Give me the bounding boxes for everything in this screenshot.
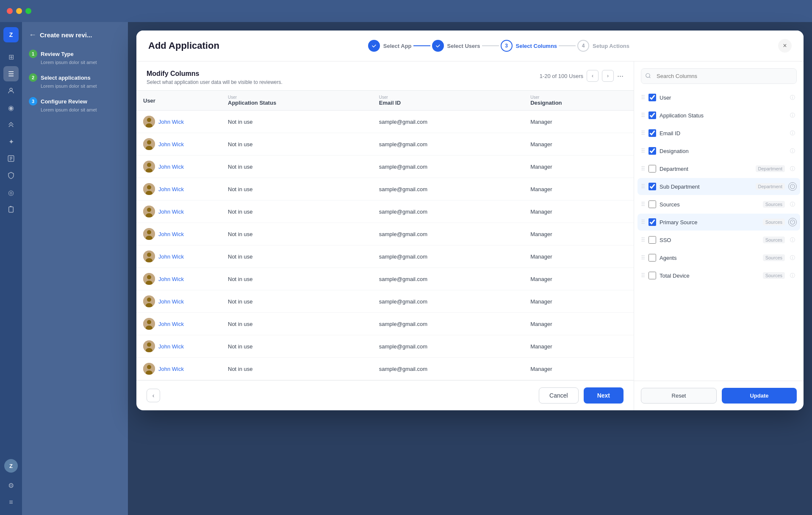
stepper-item-3: 3 Select Columns bbox=[501, 40, 557, 52]
column-checkbox[interactable] bbox=[648, 218, 656, 226]
stepper-item-2: Select Users bbox=[432, 40, 480, 52]
next-page-button[interactable]: › bbox=[602, 70, 614, 82]
drag-handle-icon[interactable]: ⠿ bbox=[641, 148, 645, 154]
column-list-item[interactable]: ⠿ Sub Department Department bbox=[637, 178, 800, 195]
col-info-icon: ⓘ bbox=[788, 147, 797, 155]
column-tag: Sources bbox=[763, 219, 785, 225]
drag-handle-icon[interactable]: ⠿ bbox=[641, 94, 645, 101]
sidebar-item-launch[interactable] bbox=[3, 117, 19, 132]
col-info-icon: ⓘ bbox=[788, 111, 797, 120]
next-button[interactable]: Next bbox=[584, 387, 624, 404]
right-footer: Reset Update bbox=[634, 381, 804, 410]
nav-step-3: 3 Configure Review Lorem ipsum dolor sit… bbox=[29, 97, 121, 112]
column-name: User bbox=[660, 95, 785, 101]
svg-point-22 bbox=[147, 253, 151, 257]
drag-handle-icon[interactable]: ⠿ bbox=[641, 219, 645, 225]
svg-point-7 bbox=[147, 140, 151, 145]
traffic-light-red[interactable] bbox=[7, 8, 13, 14]
col-header-user: User bbox=[143, 97, 155, 104]
sidebar-item-users[interactable] bbox=[3, 83, 19, 98]
sidebar-item-menu[interactable]: ≡ bbox=[3, 495, 19, 510]
column-list-item[interactable]: ⠿ Designation ⓘ bbox=[637, 142, 800, 159]
stepper-item-1: Select App bbox=[368, 40, 412, 52]
step-label-1: Review Type bbox=[41, 51, 74, 57]
column-list-item[interactable]: ⠿ Application Status ⓘ bbox=[637, 107, 800, 124]
sidebar-avatar[interactable]: Z bbox=[4, 459, 18, 473]
column-list-item[interactable]: ⠿ Email ID ⓘ bbox=[637, 125, 800, 142]
column-checkbox[interactable] bbox=[648, 165, 656, 173]
sidebar-item-tasks[interactable]: ✦ bbox=[3, 134, 19, 149]
update-button[interactable]: Update bbox=[722, 388, 797, 404]
pagination-info: 1-20 of 100 Users bbox=[540, 73, 583, 79]
drag-handle-icon[interactable]: ⠿ bbox=[641, 237, 645, 243]
modal-footer: ‹ Cancel Next bbox=[136, 380, 634, 410]
column-tag: Sources bbox=[763, 237, 785, 243]
col-info-icon: ⓘ bbox=[788, 164, 797, 173]
column-list-item[interactable]: ⠿ SSO Sources ⓘ bbox=[637, 231, 800, 248]
more-options-button[interactable]: ··· bbox=[617, 72, 624, 81]
drag-handle-icon[interactable]: ⠿ bbox=[641, 254, 645, 261]
search-columns-input[interactable] bbox=[641, 68, 797, 84]
back-arrow-button[interactable]: ‹ bbox=[147, 389, 160, 402]
modal: Add Application Select App bbox=[136, 31, 804, 410]
column-tag: Department bbox=[756, 183, 785, 190]
drag-handle-icon[interactable]: ⠿ bbox=[641, 201, 645, 208]
drag-handle-icon[interactable]: ⠿ bbox=[641, 272, 645, 279]
back-button[interactable]: ← bbox=[29, 31, 36, 39]
column-checkbox[interactable] bbox=[648, 200, 656, 208]
column-name: Application Status bbox=[660, 112, 785, 119]
modify-columns-title: Modify Columns bbox=[147, 70, 283, 78]
stepper-label-3: Select Columns bbox=[516, 43, 557, 49]
svg-point-37 bbox=[147, 365, 151, 369]
stepper-item-4: 4 Setup Actions bbox=[577, 40, 629, 52]
step-number-3: 3 bbox=[29, 97, 37, 106]
column-checkbox[interactable] bbox=[648, 94, 656, 101]
reset-button[interactable]: Reset bbox=[641, 388, 717, 404]
sidebar-item-calendar[interactable]: ☰ bbox=[3, 66, 19, 81]
stepper-circle-4: 4 bbox=[577, 40, 589, 52]
traffic-light-yellow[interactable] bbox=[16, 8, 22, 14]
close-button[interactable]: × bbox=[778, 39, 792, 53]
column-list-item[interactable]: ⠿ Primary Source Sources bbox=[637, 214, 800, 231]
column-checkbox[interactable] bbox=[648, 254, 656, 262]
traffic-light-green[interactable] bbox=[25, 8, 31, 14]
sidebar-item-dashboard[interactable]: ⊞ bbox=[3, 49, 19, 64]
prev-page-button[interactable]: ‹ bbox=[587, 70, 599, 82]
titlebar bbox=[0, 0, 812, 22]
sidebar-item-settings[interactable]: ⚙ bbox=[3, 478, 19, 493]
sidebar-logo: Z bbox=[3, 27, 19, 42]
col-info-icon: ⓘ bbox=[788, 129, 797, 137]
table-row: John Wick Not in use sample@gmail.com Ma… bbox=[136, 178, 634, 200]
col-info-icon: ⓘ bbox=[788, 200, 797, 209]
column-checkbox[interactable] bbox=[648, 129, 656, 137]
sidebar-item-activity[interactable]: ◉ bbox=[3, 100, 19, 115]
content-right: ⠿ User ⓘ ⠿ Application Status ⓘ ⠿ Email … bbox=[634, 61, 804, 410]
drag-handle-icon[interactable]: ⠿ bbox=[641, 112, 645, 119]
column-list-item[interactable]: ⠿ Sources Sources ⓘ bbox=[637, 196, 800, 213]
column-list-item[interactable]: ⠿ Total Device Sources ⓘ bbox=[637, 267, 800, 284]
drag-handle-icon[interactable]: ⠿ bbox=[641, 130, 645, 136]
sidebar-item-reports[interactable] bbox=[3, 151, 19, 166]
column-tag: Sources bbox=[763, 254, 785, 261]
sidebar-item-clipboard[interactable] bbox=[3, 202, 19, 217]
column-checkbox[interactable] bbox=[648, 236, 656, 244]
app-container: Z ⊞ ☰ ◉ ✦ ◎ bbox=[0, 22, 812, 515]
stepper-circle-3: 3 bbox=[501, 40, 513, 52]
column-list-item[interactable]: ⠿ Agents Sources ⓘ bbox=[637, 249, 800, 266]
column-checkbox[interactable] bbox=[648, 183, 656, 190]
search-icon bbox=[645, 72, 651, 80]
nav-step-1: 1 Review Type Lorem ipsum dolor sit amet bbox=[29, 50, 121, 65]
column-checkbox[interactable] bbox=[648, 111, 656, 119]
column-checkbox[interactable] bbox=[648, 272, 656, 279]
column-list-item[interactable]: ⠿ Department Department ⓘ bbox=[637, 160, 800, 177]
column-checkbox[interactable] bbox=[648, 147, 656, 155]
sidebar-item-shield[interactable] bbox=[3, 168, 19, 183]
column-list-item[interactable]: ⠿ User ⓘ bbox=[637, 89, 800, 106]
col-info-icon bbox=[788, 182, 797, 191]
sidebar-item-circle[interactable]: ◎ bbox=[3, 185, 19, 200]
svg-point-34 bbox=[147, 342, 151, 347]
stepper-label-1: Select App bbox=[383, 43, 412, 49]
drag-handle-icon[interactable]: ⠿ bbox=[641, 165, 645, 172]
cancel-button[interactable]: Cancel bbox=[539, 387, 579, 404]
drag-handle-icon[interactable]: ⠿ bbox=[641, 183, 645, 190]
